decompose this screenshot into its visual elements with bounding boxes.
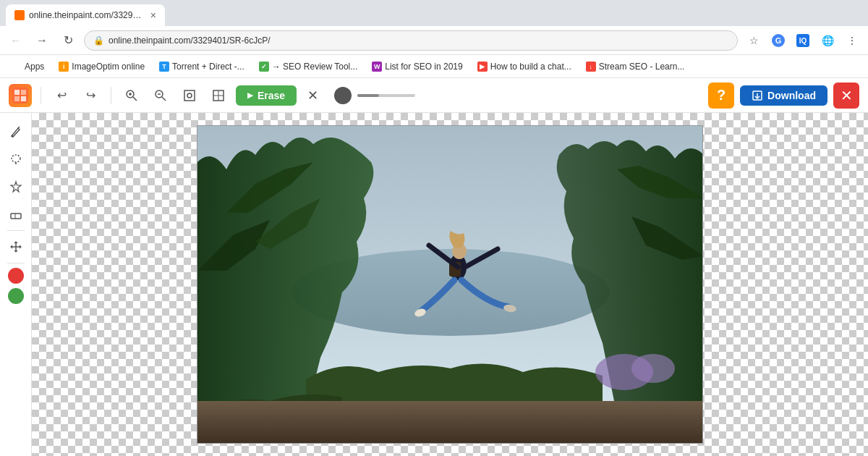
svg-point-17	[187, 93, 192, 98]
left-sidebar	[0, 113, 32, 456]
toolbar-close-button[interactable]: ✕	[302, 85, 323, 106]
svg-rect-27	[11, 214, 21, 219]
svg-text:G: G	[775, 36, 782, 45]
svg-rect-8	[21, 96, 26, 101]
erase-button[interactable]: ▶ Erase	[236, 85, 297, 106]
svg-point-24	[11, 135, 13, 138]
browser-frame: online.theinpaint.com/3329401/SR-6cJcP/ …	[0, 0, 868, 456]
bookmark-seo[interactable]: ✓ → SEO Review Tool...	[253, 59, 364, 74]
erase-label: Erase	[258, 90, 285, 101]
refresh-button[interactable]: ↻	[58, 30, 78, 51]
zoom-in-button[interactable]	[120, 84, 143, 107]
bookmark-torrent[interactable]: T Torrent + Direct -...	[153, 59, 250, 74]
move-tool-button[interactable]	[4, 235, 27, 258]
brush-size-slider[interactable]	[357, 94, 415, 97]
bookmark-youtube[interactable]: ▶ How to build a chat...	[472, 59, 577, 74]
lasso-tool-button[interactable]	[4, 148, 27, 171]
eraser-icon	[9, 208, 22, 221]
apps-favicon: ⠿	[12, 62, 22, 72]
bookmark-stream[interactable]: ↓ Stream SEO - Learn...	[580, 59, 691, 74]
brush-size-indicator	[334, 87, 352, 104]
move-icon	[9, 240, 22, 253]
bookmark-torrent-label: Torrent + Direct -...	[172, 62, 244, 72]
bookmark-youtube-label: How to build a chat...	[490, 62, 571, 72]
bookmark-list[interactable]: W List for SEO in 2019	[366, 59, 468, 74]
back-button[interactable]: ←	[6, 30, 26, 51]
main-content	[0, 113, 868, 456]
active-tab[interactable]: online.theinpaint.com/3329401/SR-6cJcP/ …	[6, 4, 165, 26]
list-favicon: W	[372, 62, 382, 72]
zoom-reset-button[interactable]	[207, 84, 230, 107]
help-button[interactable]: ?	[708, 83, 734, 109]
download-label: Download	[767, 90, 816, 101]
bookmarks-bar: ⠿ Apps i ImageOptim online T Torrent + D…	[0, 55, 868, 78]
red-color-swatch[interactable]	[8, 268, 24, 284]
torrent-favicon: T	[159, 62, 169, 72]
brush-slider-area	[334, 87, 415, 104]
sidebar-separator	[7, 230, 25, 231]
svg-rect-33	[197, 401, 703, 444]
canvas-area[interactable]	[32, 113, 868, 456]
address-bar[interactable]: 🔒 online.theinpaint.com/3329401/SR-6cJcP…	[84, 30, 738, 51]
toolbar-right: ? Download ✕	[708, 83, 859, 109]
imageoptim-favicon: i	[59, 62, 69, 72]
seo-favicon: ✓	[259, 62, 269, 72]
redo-button[interactable]: ↪	[79, 84, 102, 107]
bookmark-imageoptim-label: ImageOptim online	[72, 62, 145, 72]
svg-rect-16	[184, 90, 195, 101]
tab-favicon	[14, 10, 25, 20]
profile-button[interactable]: G	[768, 30, 788, 51]
svg-line-14	[162, 97, 166, 101]
svg-rect-7	[14, 96, 20, 101]
slider-fill	[357, 94, 379, 97]
lock-icon: 🔒	[93, 35, 104, 46]
tab-title: online.theinpaint.com/3329401/SR-6cJcP/	[29, 10, 146, 20]
svg-line-23	[18, 127, 20, 128]
globe-button[interactable]: 🌐	[817, 30, 838, 51]
magic-tool-button[interactable]	[4, 175, 27, 198]
app-body: ↩ ↪ ▶ Erase ✕	[0, 78, 868, 456]
bookmark-apps[interactable]: ⠿ Apps	[6, 59, 50, 74]
star-button[interactable]: ☆	[744, 30, 764, 51]
close-red-label: ✕	[841, 87, 853, 104]
svg-point-35	[631, 354, 675, 383]
brush-tool-button[interactable]	[4, 120, 27, 143]
close-red-button[interactable]: ✕	[833, 83, 859, 109]
toolbar-separator-2	[111, 87, 111, 104]
image-container	[197, 125, 703, 444]
svg-point-25	[12, 155, 20, 162]
iq-button[interactable]: IQ	[793, 30, 813, 51]
download-icon	[752, 90, 763, 101]
stream-favicon: ↓	[586, 62, 596, 72]
scene-svg	[197, 126, 703, 444]
lasso-icon	[9, 153, 22, 166]
bookmark-stream-label: Stream SEO - Learn...	[599, 62, 685, 72]
youtube-favicon: ▶	[477, 62, 488, 72]
bookmark-seo-label: → SEO Review Tool...	[272, 62, 358, 72]
bookmark-imageoptim[interactable]: i ImageOptim online	[53, 59, 150, 74]
svg-text:IQ: IQ	[799, 37, 807, 45]
forward-button[interactable]: →	[32, 30, 52, 51]
zoom-fit-button[interactable]	[178, 84, 201, 107]
play-icon: ▶	[247, 91, 253, 99]
tab-close-icon[interactable]: ×	[150, 9, 156, 21]
menu-button[interactable]: ⋮	[842, 30, 862, 51]
magic-icon	[9, 180, 22, 193]
eraser-tool-button[interactable]	[4, 203, 27, 226]
svg-rect-6	[21, 90, 26, 95]
bookmark-apps-label: Apps	[25, 62, 44, 72]
download-button[interactable]: Download	[740, 85, 827, 106]
zoom-out-button[interactable]	[149, 84, 172, 107]
bookmark-list-label: List for SEO in 2019	[385, 62, 462, 72]
sidebar-separator-2	[7, 263, 25, 263]
tab-bar: online.theinpaint.com/3329401/SR-6cJcP/ …	[0, 0, 868, 26]
undo-button[interactable]: ↩	[50, 84, 73, 107]
nav-actions: ☆ G IQ 🌐 ⋮	[744, 30, 862, 51]
help-label: ?	[717, 87, 726, 104]
toolbar-separator-1	[41, 87, 41, 104]
app-logo	[9, 84, 32, 107]
nav-bar: ← → ↻ 🔒 online.theinpaint.com/3329401/SR…	[0, 26, 868, 55]
toolbar: ↩ ↪ ▶ Erase ✕	[0, 78, 868, 113]
green-color-swatch[interactable]	[8, 288, 24, 304]
svg-rect-5	[14, 90, 20, 95]
